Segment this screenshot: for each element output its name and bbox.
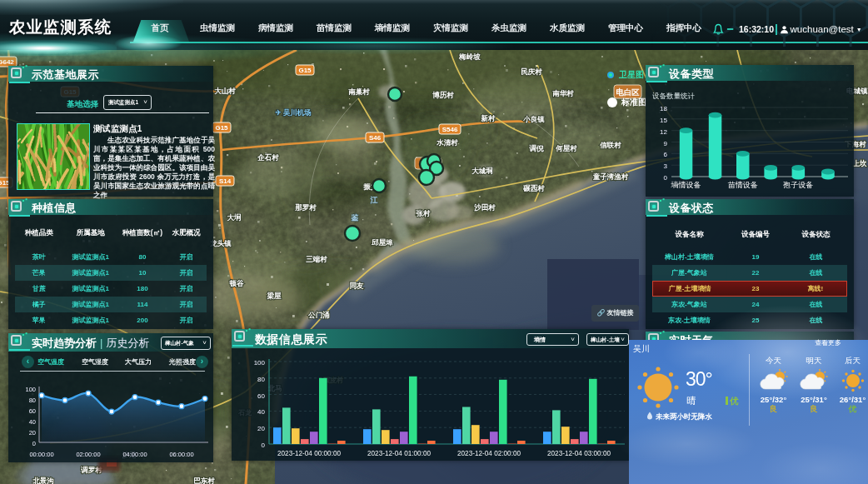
svg-text:S546: S546 bbox=[442, 126, 458, 133]
svg-text:G15: G15 bbox=[298, 67, 312, 74]
svg-text:00:00:00: 00:00:00 bbox=[29, 451, 53, 458]
svg-text:100: 100 bbox=[254, 359, 266, 367]
svg-text:邱屋埠: 邱屋埠 bbox=[371, 238, 393, 247]
svg-text:2023-12-04 03:00:00: 2023-12-04 03:00:00 bbox=[547, 450, 611, 457]
svg-text:6: 6 bbox=[664, 151, 668, 158]
svg-text:3: 3 bbox=[664, 162, 668, 170]
svg-text:0: 0 bbox=[32, 440, 36, 447]
svg-text:大城垌: 大城垌 bbox=[471, 167, 493, 175]
svg-text:博历村: 博历村 bbox=[432, 91, 454, 99]
svg-text:小良镇: 小良镇 bbox=[522, 115, 545, 123]
svg-text:南华村: 南华村 bbox=[552, 89, 574, 97]
svg-text:大山村: 大山村 bbox=[214, 87, 236, 95]
svg-text:巴东村: 巴东村 bbox=[193, 477, 215, 484]
svg-text:鉴: 鉴 bbox=[352, 213, 359, 222]
svg-text:童子湾渔村: 童子湾渔村 bbox=[593, 172, 629, 181]
svg-text:40: 40 bbox=[29, 418, 36, 426]
svg-text:张村: 张村 bbox=[417, 209, 432, 217]
svg-text:S46: S46 bbox=[369, 134, 382, 142]
svg-text:20: 20 bbox=[257, 425, 265, 432]
svg-text:梁屋: 梁屋 bbox=[267, 292, 282, 300]
svg-text:民庆村: 民庆村 bbox=[521, 67, 542, 76]
svg-text:调倪: 调倪 bbox=[529, 144, 545, 152]
svg-text:40: 40 bbox=[257, 408, 265, 416]
svg-text:9: 9 bbox=[664, 140, 668, 147]
svg-text:水清村: 水清村 bbox=[436, 138, 458, 147]
svg-text:南巢村: 南巢村 bbox=[348, 87, 370, 96]
svg-text:公门涌: 公门涌 bbox=[307, 311, 330, 319]
svg-text:20: 20 bbox=[29, 429, 36, 437]
svg-text:15: 15 bbox=[660, 117, 667, 124]
svg-text:04:00:00: 04:00:00 bbox=[122, 451, 147, 458]
svg-text:2023-12-04 01:00:00: 2023-12-04 01:00:00 bbox=[367, 450, 431, 457]
svg-text:同友: 同友 bbox=[350, 282, 365, 290]
svg-text:大坰: 大坰 bbox=[227, 213, 242, 222]
svg-text:那罗村: 那罗村 bbox=[294, 203, 317, 212]
svg-text:何屋村: 何屋村 bbox=[555, 144, 577, 152]
svg-text:80: 80 bbox=[29, 397, 36, 404]
svg-text:02:00:00: 02:00:00 bbox=[76, 451, 100, 458]
svg-text:✈ 吴川机场: ✈ 吴川机场 bbox=[275, 108, 311, 117]
svg-text:信联村: 信联村 bbox=[599, 141, 621, 149]
svg-text:新村: 新村 bbox=[481, 114, 496, 122]
svg-text:12: 12 bbox=[660, 128, 667, 136]
svg-text:80: 80 bbox=[257, 376, 265, 383]
svg-text:100: 100 bbox=[25, 386, 36, 393]
svg-text:18: 18 bbox=[660, 105, 667, 112]
svg-text:0: 0 bbox=[262, 442, 266, 449]
svg-text:孢子设备: 孢子设备 bbox=[782, 181, 813, 189]
svg-text:三端村: 三端村 bbox=[306, 255, 327, 263]
svg-text:上坎: 上坎 bbox=[853, 159, 868, 167]
svg-text:G15: G15 bbox=[215, 124, 228, 132]
svg-text:2023-12-04 02:00:00: 2023-12-04 02:00:00 bbox=[457, 450, 521, 457]
svg-text:60: 60 bbox=[257, 392, 265, 400]
svg-text:设备数量统计: 设备数量统计 bbox=[652, 92, 696, 100]
svg-text:北景沟: 北景沟 bbox=[32, 477, 54, 484]
svg-text:苗情设备: 苗情设备 bbox=[728, 181, 758, 189]
svg-text:企石村: 企石村 bbox=[257, 153, 279, 162]
svg-text:墒情设备: 墒情设备 bbox=[671, 181, 701, 189]
svg-text:06:00:00: 06:00:00 bbox=[169, 451, 193, 458]
svg-text:S14: S14 bbox=[219, 177, 232, 185]
svg-text:顿谷: 顿谷 bbox=[229, 279, 245, 287]
svg-text:沙田村: 沙田村 bbox=[473, 203, 496, 212]
svg-text:60: 60 bbox=[29, 407, 36, 415]
svg-text:江: 江 bbox=[370, 196, 378, 204]
svg-text:碾西村: 碾西村 bbox=[522, 184, 545, 192]
svg-text:2023-12-04 00:00:00: 2023-12-04 00:00:00 bbox=[277, 450, 341, 457]
svg-text:0: 0 bbox=[664, 174, 668, 182]
